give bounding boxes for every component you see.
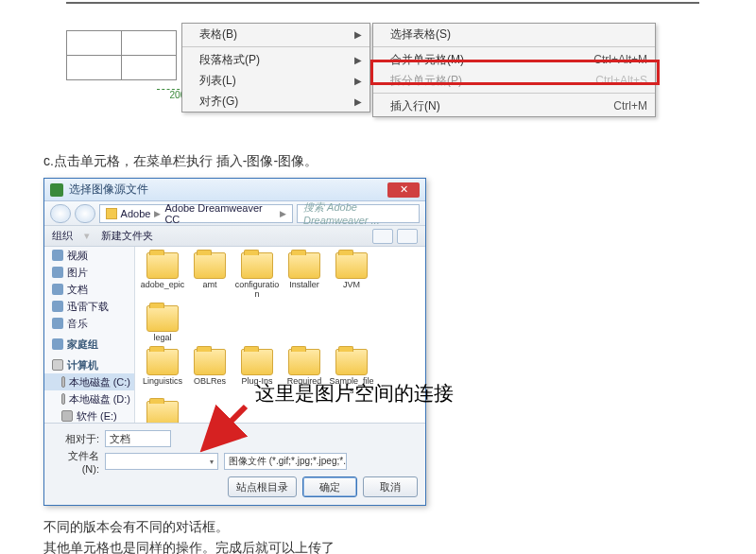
folder-icon — [194, 252, 226, 279]
folder-icon — [335, 349, 368, 375]
address-bar-row: Adobe ▶ Adobe Dreamweaver CC ▶ 搜索 Adobe … — [44, 201, 425, 226]
folder-item[interactable]: zh_CN — [140, 401, 185, 423]
path-segment[interactable]: Adobe Dreamweaver CC — [164, 202, 276, 225]
folder-icon — [106, 208, 117, 219]
chevron-right-icon: ▶ — [354, 96, 362, 107]
menu-label: 拆分单元格(P)... — [390, 73, 472, 89]
organize-button[interactable]: 组织 — [52, 229, 73, 243]
folder-item[interactable]: OBLRes — [187, 349, 232, 396]
relative-label: 相对于: — [52, 432, 99, 446]
menu-item-insert-row[interactable]: 插入行(N) Ctrl+M — [373, 95, 655, 116]
folder-icon — [241, 252, 273, 279]
search-placeholder: 搜索 Adobe Dreamweaver ... — [303, 200, 413, 226]
nav-back-button[interactable] — [50, 204, 71, 223]
menu-item-split-cells: 拆分单元格(P)... Ctrl+Alt+S — [373, 70, 655, 91]
folder-item[interactable]: Linguistics — [140, 349, 185, 396]
menu-item-paragraph[interactable]: 段落格式(P) ▶ — [182, 49, 369, 70]
sidebar-item-pictures[interactable]: 图片 — [44, 264, 134, 281]
dialog-body: 视频 图片 文档 迅雷下载 音乐 家庭组 计算机 本地磁盘 (C:) 本地磁盘 … — [44, 247, 425, 423]
nav-forward-button[interactable] — [75, 204, 95, 223]
sidebar-item-drive-d[interactable]: 本地磁盘 (D:) — [44, 390, 134, 407]
chevron-right-icon: ▶ — [354, 76, 362, 86]
menu-label: 表格(B) — [199, 26, 237, 43]
menu-item-merge-cells[interactable]: 合并单元格(M) Ctrl+Alt+M — [373, 49, 655, 70]
folder-item[interactable]: Required — [282, 349, 327, 396]
folder-item[interactable]: configuration — [234, 252, 280, 300]
ok-button[interactable]: 确定 — [302, 476, 357, 497]
filename-input[interactable]: ▾ — [105, 453, 218, 470]
sidebar-item-documents[interactable]: 文档 — [44, 281, 134, 298]
folder-item[interactable]: legal — [140, 305, 185, 343]
sidebar-item-video[interactable]: 视频 — [44, 247, 134, 264]
menu-shortcut: Ctrl+Alt+S — [595, 74, 647, 87]
sidebar-item-music[interactable]: 音乐 — [44, 315, 134, 332]
menu-item-list[interactable]: 列表(L) ▶ — [182, 70, 369, 91]
folder-item[interactable]: adobe_epic — [140, 252, 185, 300]
relative-select[interactable]: 文档 — [105, 430, 171, 447]
folder-icon — [146, 349, 179, 375]
dialog-title: 选择图像源文件 — [69, 182, 148, 198]
menu-label: 合并单元格(M) — [390, 52, 464, 68]
dialog-titlebar: 选择图像源文件 ✕ — [44, 179, 425, 201]
sidebar-item-drive-e[interactable]: 软件 (E:) — [44, 407, 134, 423]
menu-label: 列表(L) — [199, 73, 236, 89]
sidebar: 视频 图片 文档 迅雷下载 音乐 家庭组 计算机 本地磁盘 (C:) 本地磁盘 … — [44, 247, 135, 423]
sidebar-item-drive-c[interactable]: 本地磁盘 (C:) — [44, 373, 134, 390]
top-context-area: 200 ▾ 表格(B) ▶ 段落格式(P) ▶ 列表(L) ▶ 对齐(G) ▶ … — [66, 2, 699, 125]
folder-icon — [146, 305, 179, 332]
dialog-icon — [50, 183, 63, 197]
help-button[interactable] — [397, 229, 418, 244]
filename-label: 文件名(N): — [52, 449, 99, 475]
chevron-right-icon: ▶ — [280, 209, 286, 218]
menu-shortcut: Ctrl+Alt+M — [593, 53, 647, 66]
file-list: adobe_epicamtconfigurationInstallerJVMle… — [135, 247, 425, 423]
menu-separator — [373, 46, 655, 47]
menu-label: 选择表格(S) — [390, 26, 451, 43]
menu-shortcut: Ctrl+M — [613, 99, 647, 113]
context-submenu-right: 选择表格(S) 合并单元格(M) Ctrl+Alt+M 拆分单元格(P)... … — [372, 23, 656, 117]
folder-icon — [146, 252, 179, 279]
folder-icon — [194, 349, 226, 375]
folder-icon — [146, 401, 179, 423]
menu-label: 对齐(G) — [199, 94, 238, 110]
menu-item-align[interactable]: 对齐(G) ▶ — [182, 91, 369, 112]
search-input[interactable]: 搜索 Adobe Dreamweaver ... — [297, 204, 420, 223]
close-button[interactable]: ✕ — [387, 182, 420, 198]
folder-item[interactable]: Installer — [282, 252, 327, 300]
sidebar-header-homegroup[interactable]: 家庭组 — [44, 336, 134, 353]
folder-icon — [288, 252, 320, 279]
menu-item-select-table[interactable]: 选择表格(S) — [373, 24, 655, 44]
sample-table — [66, 30, 177, 80]
view-mode-button[interactable] — [372, 229, 393, 244]
toolbar-row: 组织 ▾ 新建文件夹 — [44, 226, 425, 247]
file-picker-dialog: 选择图像源文件 ✕ Adobe ▶ Adobe Dreamweaver CC ▶… — [43, 178, 426, 506]
folder-icon — [335, 252, 368, 279]
folder-item[interactable]: Sample_files — [329, 349, 374, 396]
cancel-button[interactable]: 取消 — [363, 476, 418, 497]
file-row: LinguisticsOBLResPlug-InsRequiredSample_… — [139, 349, 421, 423]
site-root-button[interactable]: 站点根目录 — [228, 476, 297, 497]
sidebar-header-computer[interactable]: 计算机 — [44, 356, 134, 373]
folder-item[interactable]: amt — [187, 252, 232, 300]
sidebar-item-thunder[interactable]: 迅雷下载 — [44, 298, 134, 315]
breadcrumb-path[interactable]: Adobe ▶ Adobe Dreamweaver CC ▶ — [99, 204, 293, 223]
filetype-select[interactable]: 图像文件 (*.gif;*.jpg;*.jpeg;*.p ▾ — [224, 453, 347, 470]
chevron-right-icon: ▶ — [354, 29, 362, 40]
chevron-right-icon: ▶ — [154, 209, 161, 218]
folder-icon — [288, 349, 320, 375]
menu-label: 插入行(N) — [390, 98, 440, 114]
bottom-text-2: 其他单元格也是同样的操作。完成后就可以上传了 — [43, 540, 756, 554]
bottom-text-1: 不同的版本会有不同的对话框。 — [43, 519, 756, 536]
new-folder-button[interactable]: 新建文件夹 — [101, 229, 153, 243]
instruction-text-c: c.点击单元格，在菜单栏执行 插入-图像-图像。 — [43, 153, 756, 170]
folder-icon — [241, 349, 273, 375]
dialog-footer: 相对于: 文档 文件名(N): ▾ 图像文件 (*.gif;*.jpg;*.jp… — [44, 423, 425, 505]
menu-separator — [182, 46, 369, 47]
folder-item[interactable]: Plug-Ins — [234, 349, 280, 396]
context-submenu-left: 表格(B) ▶ 段落格式(P) ▶ 列表(L) ▶ 对齐(G) ▶ — [181, 23, 370, 113]
path-segment[interactable]: Adobe — [121, 208, 151, 219]
folder-item[interactable]: JVM — [329, 252, 374, 300]
menu-item-table[interactable]: 表格(B) ▶ — [182, 24, 369, 44]
file-row: adobe_epicamtconfigurationInstallerJVMle… — [139, 252, 421, 349]
menu-label: 段落格式(P) — [199, 52, 260, 68]
